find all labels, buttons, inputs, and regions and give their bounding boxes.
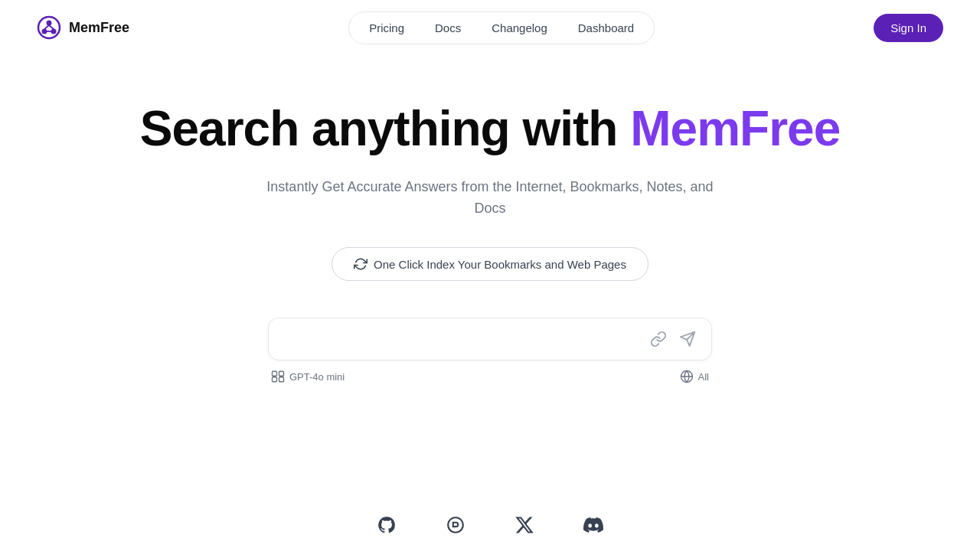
hero-title-prefix: Search anything with — [140, 101, 630, 156]
svg-rect-11 — [273, 377, 277, 382]
index-icon — [354, 257, 368, 271]
model-icon — [271, 370, 285, 383]
svg-point-1 — [47, 21, 52, 26]
nav-dashboard[interactable]: Dashboard — [564, 17, 648, 39]
link-icon — [650, 331, 667, 347]
twitter-x-button[interactable] — [508, 509, 541, 541]
model-label: GPT-4o mini — [289, 371, 345, 383]
index-btn-label: One Click Index Your Bookmarks and Web P… — [374, 258, 626, 271]
attach-link-button[interactable] — [647, 328, 670, 350]
svg-line-5 — [49, 25, 54, 29]
github-icon — [377, 515, 397, 535]
logo-link[interactable]: MemFree — [37, 15, 129, 40]
nav-changelog[interactable]: Changelog — [478, 17, 561, 39]
sign-in-button[interactable]: Sign In — [874, 14, 943, 42]
main-nav: Pricing Docs Changelog Dashboard — [348, 11, 655, 44]
search-meta: GPT-4o mini All — [268, 360, 712, 383]
globe-icon — [680, 370, 694, 383]
nav-docs[interactable]: Docs — [421, 17, 475, 39]
svg-rect-9 — [273, 371, 277, 376]
hero-section: Search anything with MemFree Instantly G… — [0, 55, 980, 432]
index-bookmarks-button[interactable]: One Click Index Your Bookmarks and Web P… — [332, 247, 648, 281]
footer-icons — [0, 478, 980, 551]
github-button[interactable] — [371, 509, 403, 541]
logo-icon — [37, 15, 61, 40]
model-selector[interactable]: GPT-4o mini — [271, 370, 345, 383]
twitter-x-icon — [514, 515, 534, 535]
scope-label: All — [698, 371, 709, 383]
discord-icon — [583, 515, 603, 535]
search-actions — [647, 328, 699, 350]
discord-button[interactable] — [577, 509, 609, 541]
header: MemFree Pricing Docs Changelog Dashboard… — [0, 0, 980, 55]
hero-subtitle: Instantly Get Accurate Answers from the … — [260, 176, 720, 220]
product-hunt-button[interactable] — [439, 509, 472, 541]
svg-point-0 — [38, 17, 60, 38]
hero-title: Search anything with MemFree — [140, 101, 840, 158]
search-container: GPT-4o mini All — [268, 318, 712, 383]
scope-selector[interactable]: All — [680, 370, 709, 383]
search-input[interactable] — [281, 332, 647, 346]
submit-search-button[interactable] — [676, 328, 699, 350]
search-box — [268, 318, 712, 360]
svg-rect-12 — [279, 377, 284, 382]
product-hunt-icon — [446, 515, 466, 535]
nav-pricing[interactable]: Pricing — [355, 17, 418, 39]
svg-rect-10 — [279, 371, 284, 376]
svg-line-4 — [44, 25, 49, 29]
hero-title-brand: MemFree — [630, 101, 840, 156]
logo-text: MemFree — [69, 20, 129, 36]
send-icon — [679, 331, 696, 347]
